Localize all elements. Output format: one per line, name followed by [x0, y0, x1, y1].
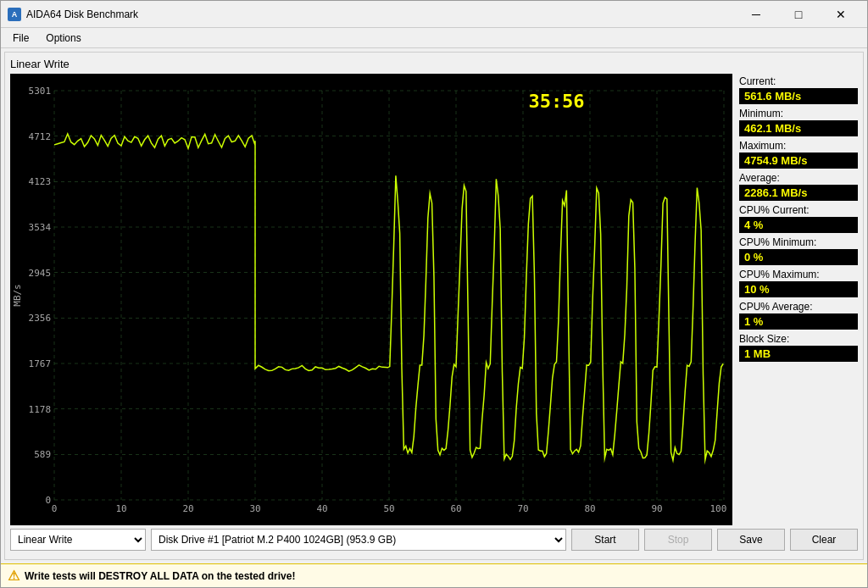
minimum-label: Minimum:	[739, 108, 858, 119]
stat-current: Current: 561.6 MB/s	[739, 75, 858, 104]
warning-bar: ⚠ Write tests will DESTROY ALL DATA on t…	[1, 563, 867, 587]
app-window: A AIDA64 Disk Benchmark ─ □ ✕ File Optio…	[0, 0, 868, 588]
drive-dropdown[interactable]: Disk Drive #1 [Patriot M.2 P400 1024GB] …	[151, 529, 566, 551]
stat-cpu-maximum: CPU% Maximum: 10 %	[739, 269, 858, 297]
cpu-maximum-value: 10 %	[739, 281, 858, 297]
stat-minimum: Minimum: 462.1 MB/s	[739, 108, 858, 136]
main-panel: Linear Write Current: 561.6 MB/s Minimum…	[4, 52, 864, 560]
stats-panel: Current: 561.6 MB/s Minimum: 462.1 MB/s …	[739, 74, 858, 525]
window-controls: ─ □ ✕	[737, 4, 860, 25]
stat-maximum: Maximum: 4754.9 MB/s	[739, 140, 858, 169]
cpu-average-value: 1 %	[739, 313, 858, 330]
cpu-maximum-label: CPU% Maximum:	[739, 269, 858, 280]
cpu-average-label: CPU% Average:	[739, 301, 858, 313]
clear-button[interactable]: Clear	[790, 529, 858, 551]
bottom-controls: Linear Write Disk Drive #1 [Patriot M.2 …	[10, 525, 858, 554]
maximum-value: 4754.9 MB/s	[739, 153, 858, 169]
current-label: Current:	[739, 75, 858, 87]
title-bar-left: A AIDA64 Disk Benchmark	[8, 8, 138, 21]
minimum-value: 462.1 MB/s	[739, 120, 858, 136]
stat-block-size: Block Size: 1 MB	[739, 333, 858, 362]
warning-text: Write tests will DESTROY ALL DATA on the…	[25, 570, 295, 582]
stat-cpu-minimum: CPU% Minimum: 0 %	[739, 236, 858, 265]
test-label-top: Linear Write	[10, 58, 858, 70]
close-button[interactable]: ✕	[821, 4, 860, 25]
cpu-current-value: 4 %	[739, 217, 858, 233]
chart-stats-row: Current: 561.6 MB/s Minimum: 462.1 MB/s …	[10, 74, 858, 525]
menu-file[interactable]: File	[4, 31, 37, 46]
title-bar: A AIDA64 Disk Benchmark ─ □ ✕	[1, 1, 867, 28]
block-size-value: 1 MB	[739, 346, 858, 362]
stop-button[interactable]: Stop	[644, 529, 712, 551]
stat-average: Average: 2286.1 MB/s	[739, 172, 858, 201]
minimize-button[interactable]: ─	[737, 4, 776, 25]
app-title: AIDA64 Disk Benchmark	[26, 8, 138, 20]
current-value: 561.6 MB/s	[739, 88, 858, 104]
warning-icon: ⚠	[8, 568, 19, 584]
app-icon: A	[8, 8, 21, 21]
cpu-minimum-label: CPU% Minimum:	[739, 236, 858, 248]
stat-cpu-average: CPU% Average: 1 %	[739, 301, 858, 330]
cpu-current-label: CPU% Current:	[739, 204, 858, 216]
save-button[interactable]: Save	[717, 529, 785, 551]
chart-container	[10, 74, 732, 525]
maximize-button[interactable]: □	[779, 4, 818, 25]
test-type-dropdown[interactable]: Linear Write	[10, 529, 146, 551]
maximum-label: Maximum:	[739, 140, 858, 152]
menu-bar: File Options	[1, 28, 867, 48]
start-button[interactable]: Start	[571, 529, 639, 551]
menu-options[interactable]: Options	[37, 31, 89, 46]
stat-cpu-current: CPU% Current: 4 %	[739, 204, 858, 233]
benchmark-chart	[10, 74, 732, 525]
average-value: 2286.1 MB/s	[739, 185, 858, 201]
block-size-label: Block Size:	[739, 333, 858, 345]
average-label: Average:	[739, 172, 858, 184]
cpu-minimum-value: 0 %	[739, 249, 858, 265]
